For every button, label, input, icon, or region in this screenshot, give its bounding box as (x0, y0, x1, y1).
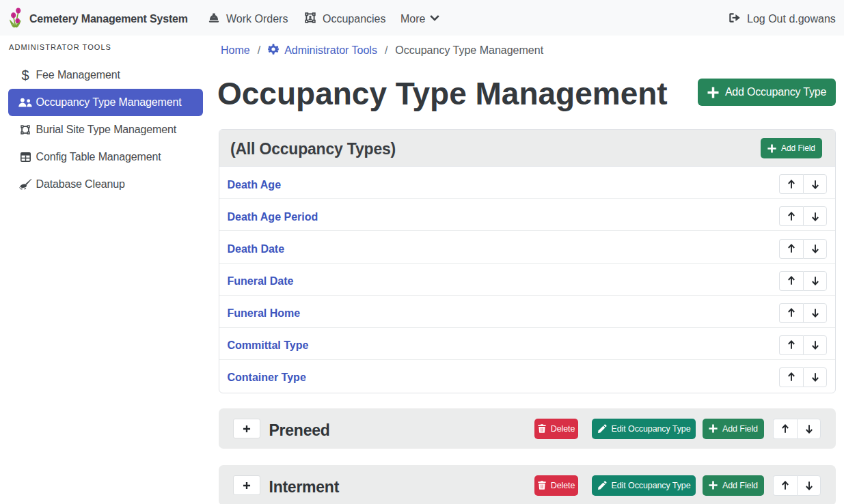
svg-text:$: $ (22, 69, 29, 82)
